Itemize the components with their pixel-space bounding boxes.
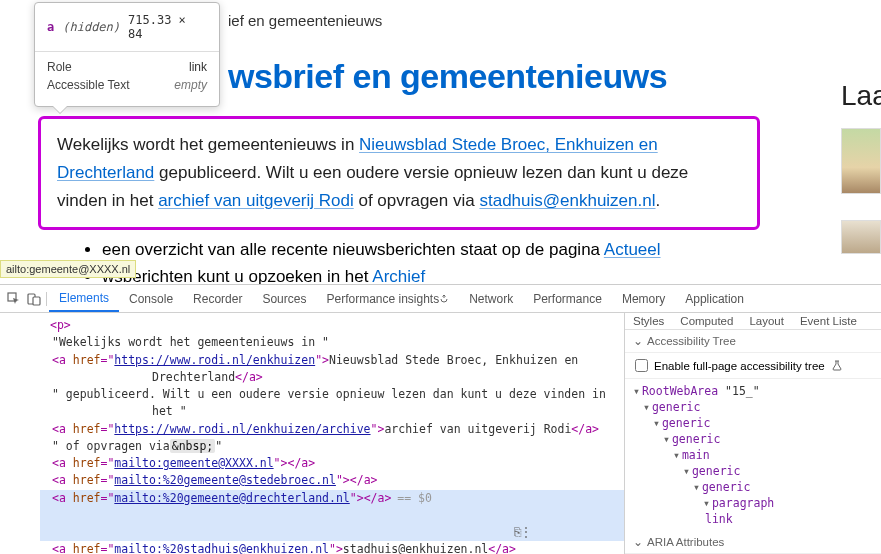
page-title: wsbrief en gemeentenieuws	[228, 57, 853, 96]
link-archief-rodi[interactable]: archief van uitgeverij Rodi	[158, 191, 354, 210]
acc-tree-node[interactable]: link	[633, 511, 873, 527]
chevron-down-icon: ⌄	[633, 334, 643, 348]
acc-tree-node[interactable]: ▾generic	[633, 415, 873, 431]
devtools-inspect-tooltip: a (hidden) 715.33 × 84 Rolelink Accessib…	[34, 2, 220, 107]
paragraph-text: Wekelijks wordt het gemeentenieuws in	[57, 135, 359, 154]
status-bar-link-preview: ailto:gemeente@XXXX.nl	[0, 260, 136, 278]
link-mailto-stadhuis[interactable]: stadhuis@enkhuizen.nl	[479, 191, 655, 210]
subtab-computed[interactable]: Computed	[672, 315, 741, 327]
tab-sources[interactable]: Sources	[252, 285, 316, 312]
tab-perf-insights[interactable]: Performance insights	[316, 285, 459, 312]
acc-tree-node[interactable]: ▾generic	[633, 463, 873, 479]
sidebar-title: Laa	[841, 80, 881, 112]
chevron-down-icon: ⌄	[633, 535, 643, 549]
aria-attrs-header[interactable]: ⌄ARIA Attributes	[625, 531, 881, 554]
svg-rect-2	[33, 297, 40, 305]
thumbnail-image[interactable]	[841, 220, 881, 254]
tab-network[interactable]: Network	[459, 285, 523, 312]
tab-console[interactable]: Console	[119, 285, 183, 312]
highlighted-paragraph: Wekelijks wordt het gemeentenieuws in Ni…	[38, 116, 760, 230]
elements-tree[interactable]: ▼<p> "Wekelijks wordt het gemeentenieuws…	[0, 313, 624, 554]
tooltip-hidden: (hidden)	[62, 20, 120, 34]
devtools-toolbar: Elements Console Recorder Sources Perfor…	[0, 285, 881, 313]
sidebar-right: Laa	[841, 80, 881, 254]
paragraph-text: of opvragen via	[354, 191, 480, 210]
acc-tree-node[interactable]: ▾RootWebArea "15_"	[633, 383, 873, 399]
console-ref-badge: == $0	[397, 491, 432, 505]
acc-tree-node[interactable]: ▾paragraph	[633, 495, 873, 511]
acc-tree-header[interactable]: ⌄Accessibility Tree	[625, 330, 881, 353]
tab-memory[interactable]: Memory	[612, 285, 675, 312]
tab-application[interactable]: Application	[675, 285, 754, 312]
dom-text[interactable]: "Wekelijks wordt het gemeentenieuws in "	[52, 335, 329, 349]
paragraph-text: .	[656, 191, 661, 210]
tooltip-dims: 715.33 × 84	[128, 13, 207, 41]
tab-recorder[interactable]: Recorder	[183, 285, 252, 312]
devtools-panel: Elements Console Recorder Sources Perfor…	[0, 284, 881, 554]
link-actueel[interactable]: Actueel	[604, 240, 661, 259]
tooltip-acc-label: Accessible Text	[47, 78, 129, 92]
acc-tree-node[interactable]: ▾main	[633, 447, 873, 463]
selected-dom-node[interactable]: <a href="mailto:%20gemeente@drechterland…	[40, 490, 624, 542]
tooltip-role-value: link	[189, 60, 207, 74]
tooltip-role-label: Role	[47, 60, 72, 74]
list-item: een overzicht van alle recente nieuwsber…	[102, 236, 853, 263]
tooltip-acc-value: empty	[174, 78, 207, 92]
subtab-layout[interactable]: Layout	[741, 315, 792, 327]
nbsp-badge: &nbsp;	[170, 439, 216, 453]
tab-performance[interactable]: Performance	[523, 285, 612, 312]
tab-elements[interactable]: Elements	[49, 285, 119, 312]
flask-icon	[831, 360, 843, 372]
accessibility-tree[interactable]: ▾RootWebArea "15_"▾generic▾generic▾gener…	[625, 379, 881, 531]
acc-tree-node[interactable]: ▾generic	[633, 431, 873, 447]
thumbnail-image[interactable]	[841, 128, 881, 194]
dom-node[interactable]: <p>	[50, 318, 71, 332]
enable-full-acc-tree-checkbox[interactable]	[635, 359, 648, 372]
tooltip-tag: a	[47, 20, 54, 34]
inspect-icon[interactable]	[4, 289, 24, 309]
devtools-sidebar: Styles Computed Layout Event Liste ⌄Acce…	[624, 313, 881, 554]
checkbox-label: Enable full-page accessibility tree	[654, 360, 825, 372]
bullet-list: een overzicht van alle recente nieuwsber…	[82, 236, 853, 290]
subtab-event-listeners[interactable]: Event Liste	[792, 315, 865, 327]
acc-tree-node[interactable]: ▾generic	[633, 399, 873, 415]
subtab-styles[interactable]: Styles	[625, 315, 672, 327]
acc-tree-node[interactable]: ▾generic	[633, 479, 873, 495]
device-toggle-icon[interactable]	[24, 289, 44, 309]
dom-text[interactable]: " gepubliceerd. Wilt u een oudere versie…	[52, 387, 613, 418]
